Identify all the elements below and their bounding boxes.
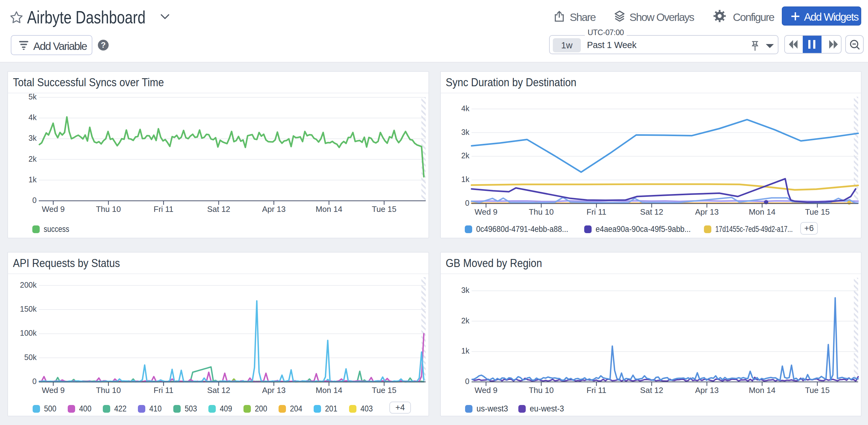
svg-text:2k: 2k — [461, 316, 470, 325]
svg-text:5k: 5k — [29, 92, 37, 101]
svg-text:Sat 12: Sat 12 — [640, 386, 663, 395]
svg-text:3k: 3k — [29, 134, 37, 142]
svg-text:200k: 200k — [20, 280, 37, 289]
svg-text:Tue 15: Tue 15 — [372, 205, 397, 214]
svg-text:Wed 9: Wed 9 — [475, 386, 498, 395]
svg-text:1k: 1k — [461, 175, 470, 184]
svg-text:Mon 14: Mon 14 — [315, 386, 342, 395]
svg-text:Mon 14: Mon 14 — [315, 205, 342, 214]
svg-text:Wed 9: Wed 9 — [42, 386, 65, 395]
svg-text:4k: 4k — [29, 113, 37, 122]
svg-text:Sat 12: Sat 12 — [640, 207, 663, 216]
svg-text:50k: 50k — [24, 353, 37, 362]
svg-text:0: 0 — [32, 196, 37, 205]
svg-text:4k: 4k — [461, 104, 470, 113]
svg-text:Wed 9: Wed 9 — [42, 205, 65, 214]
svg-text:Apr 13: Apr 13 — [262, 205, 286, 214]
svg-text:150k: 150k — [20, 305, 37, 313]
svg-text:Sat 12: Sat 12 — [207, 386, 230, 395]
svg-text:0: 0 — [32, 377, 37, 386]
svg-text:2k: 2k — [29, 155, 37, 163]
svg-text:Tue 15: Tue 15 — [805, 207, 830, 216]
svg-text:Wed 9: Wed 9 — [475, 207, 498, 216]
svg-text:Fri 11: Fri 11 — [154, 386, 174, 395]
svg-text:Tue 15: Tue 15 — [805, 386, 830, 395]
svg-text:Mon 14: Mon 14 — [749, 207, 776, 216]
svg-text:Apr 13: Apr 13 — [262, 386, 286, 395]
svg-text:Fri 11: Fri 11 — [154, 205, 174, 214]
svg-text:Thu 10: Thu 10 — [529, 386, 554, 395]
svg-text:3k: 3k — [461, 128, 470, 136]
svg-text:Thu 10: Thu 10 — [96, 205, 121, 214]
svg-text:0: 0 — [465, 199, 469, 207]
svg-text:Thu 10: Thu 10 — [96, 386, 121, 395]
svg-text:Fri 11: Fri 11 — [587, 386, 607, 395]
svg-text:Sat 12: Sat 12 — [207, 205, 230, 214]
svg-text:0: 0 — [465, 377, 469, 386]
svg-text:1k: 1k — [29, 175, 37, 184]
svg-text:Mon 14: Mon 14 — [749, 386, 776, 395]
svg-text:2k: 2k — [461, 151, 470, 160]
svg-text:3k: 3k — [461, 286, 470, 295]
svg-text:Apr 13: Apr 13 — [695, 386, 719, 395]
svg-text:Apr 13: Apr 13 — [695, 207, 719, 216]
svg-text:Thu 10: Thu 10 — [529, 207, 554, 216]
svg-text:Fri 11: Fri 11 — [587, 207, 607, 216]
svg-text:1k: 1k — [461, 346, 470, 355]
svg-text:100k: 100k — [20, 329, 37, 337]
svg-text:Tue 15: Tue 15 — [372, 386, 397, 395]
